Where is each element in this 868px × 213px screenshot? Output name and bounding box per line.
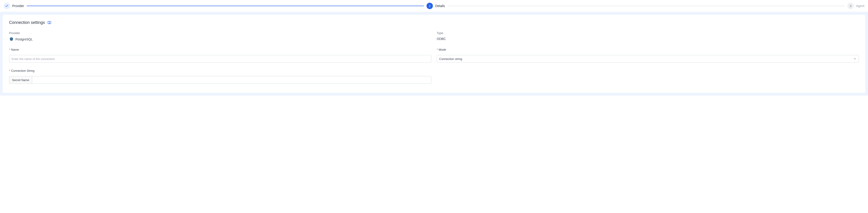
step-label: Provider <box>12 4 24 8</box>
step-agent[interactable]: 3 Agent <box>847 3 864 9</box>
step-number: 3 <box>847 3 854 9</box>
name-label: Name <box>9 48 431 51</box>
type-field: Type ODBC <box>437 31 859 42</box>
step-connector <box>447 6 845 6</box>
provider-label: Provider <box>9 31 431 35</box>
book-icon[interactable] <box>48 21 51 25</box>
provider-field: Provider PostgreSQL <box>9 31 431 42</box>
check-icon <box>4 3 10 9</box>
step-provider[interactable]: Provider <box>4 3 24 9</box>
type-label: Type <box>437 31 859 35</box>
step-connector <box>27 6 424 6</box>
connection-settings-panel: Connection settings Provider PostgreSQL … <box>3 15 865 93</box>
connection-name-input[interactable] <box>9 55 431 63</box>
step-label: Agent <box>856 4 864 8</box>
secret-name-prefix: Secret Name <box>9 76 32 84</box>
postgresql-icon <box>9 37 13 42</box>
page-background: Connection settings Provider PostgreSQL … <box>0 12 868 96</box>
step-details[interactable]: 2 Details <box>427 3 445 9</box>
name-form-group: Name <box>9 48 431 63</box>
type-value: ODBC <box>437 37 859 41</box>
step-label: Details <box>435 4 445 8</box>
mode-label: Mode <box>437 48 859 51</box>
wizard-stepper: Provider 2 Details 3 Agent <box>0 0 868 12</box>
mode-select[interactable]: Connection string <box>437 55 859 63</box>
connection-string-input-group: Secret Name <box>9 76 431 84</box>
provider-name: PostgreSQL <box>16 37 33 41</box>
mode-selected-value: Connection string <box>439 57 462 61</box>
connection-string-input[interactable] <box>32 76 431 84</box>
connection-string-label: Connection String <box>9 69 431 73</box>
panel-header: Connection settings <box>9 20 859 25</box>
step-number: 2 <box>427 3 433 9</box>
provider-value: PostgreSQL <box>9 37 431 42</box>
mode-form-group: Mode Connection string <box>437 48 859 63</box>
chevron-down-icon <box>853 57 857 60</box>
panel-title: Connection settings <box>9 20 45 25</box>
connection-string-form-group: Connection String Secret Name <box>9 69 431 84</box>
